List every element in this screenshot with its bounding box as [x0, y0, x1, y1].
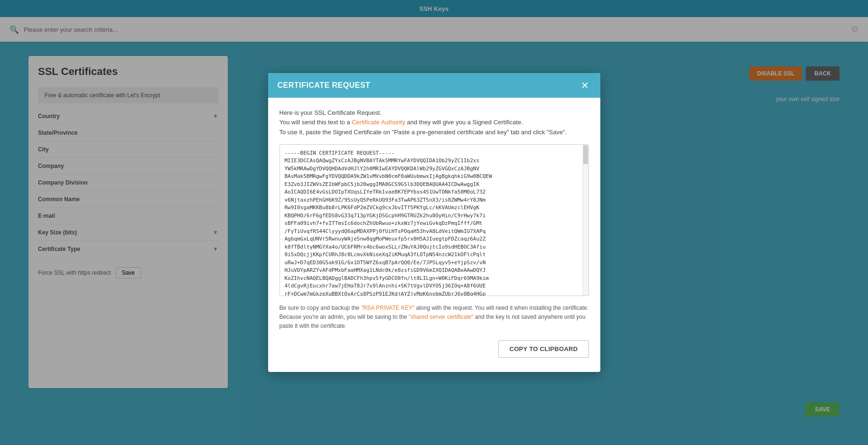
shared-server-highlight: "shared server certificate" [409, 314, 474, 320]
modal-overlay: CERTIFICATE REQUEST ✕ Here is your SSL C… [0, 0, 868, 445]
modal-note: Be sure to copy and backup the "RSA PRIV… [280, 304, 589, 331]
cert-textarea-wrap [280, 144, 589, 296]
cert-authority-highlight: Certificate Authority [352, 119, 405, 126]
modal-intro-line1: Here is your SSL Certificate Request. [280, 108, 589, 118]
certificate-request-modal: CERTIFICATE REQUEST ✕ Here is your SSL C… [268, 73, 600, 372]
copy-to-clipboard-button[interactable]: COPY TO CLIPBOARD [498, 340, 588, 358]
modal-close-button[interactable]: ✕ [579, 81, 591, 90]
modal-intro-line2: You will send this text to a Certificate… [280, 118, 589, 128]
modal-intro: Here is your SSL Certificate Request. Yo… [280, 108, 589, 138]
scrollbar-track [583, 145, 588, 296]
modal-body: Here is your SSL Certificate Request. Yo… [268, 98, 600, 372]
modal-intro-line3: To use it, paste the Signed Certificate … [280, 128, 589, 138]
modal-header: CERTIFICATE REQUEST ✕ [268, 73, 600, 98]
cert-textarea[interactable] [280, 145, 588, 296]
scrollbar-thumb [583, 145, 588, 164]
rsa-key-highlight: "RSA PRIVATE KEY" [361, 305, 415, 311]
modal-footer: COPY TO CLIPBOARD [280, 340, 589, 362]
modal-title: CERTIFICATE REQUEST [278, 81, 371, 90]
